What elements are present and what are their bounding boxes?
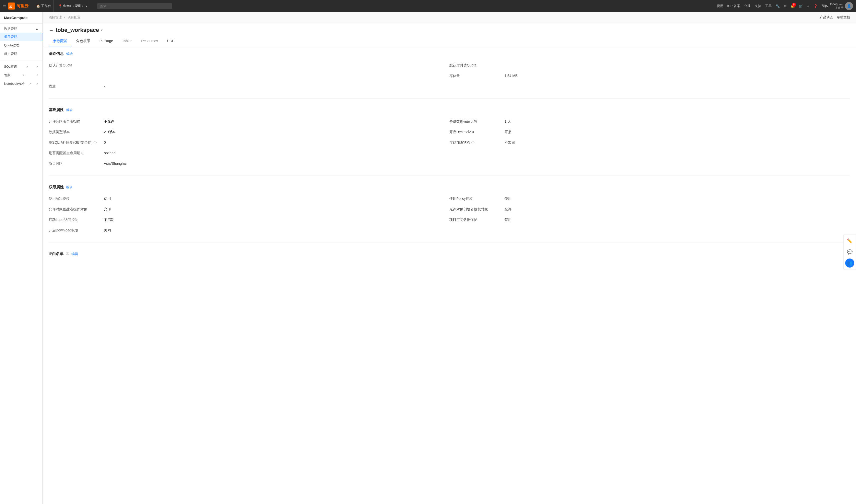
permission-props-title: 权限属性 <box>49 185 64 190</box>
label-timezone: 项目时区 <box>49 161 104 166</box>
ip-whitelist-edit-button[interactable]: 编辑 <box>71 252 78 256</box>
support-link[interactable]: 支持 <box>755 4 761 8</box>
region-selector[interactable]: 📍 华南1（深圳） ▾ <box>56 0 90 12</box>
tab-role-permissions[interactable]: 角色权限 <box>72 36 95 47</box>
data-management-section[interactable]: 数据管理 ▲ <box>0 23 42 33</box>
product-dynamics-link[interactable]: 产品动态 <box>820 15 833 20</box>
username: tobeg······· <box>830 2 843 6</box>
tab-content: 基础信息 编辑 默认计算Quota 默认后付费Quota 存储量 1.54 MB <box>43 47 856 269</box>
basic-props-title: 基础属性 <box>49 108 64 112</box>
label-decimal2: 开启Decimal2.0 <box>449 130 505 134</box>
info-item-storage-encryption: 存储加密状态 ⓘ 不加密 <box>449 138 850 148</box>
enterprise-link[interactable]: 企业 <box>744 4 751 8</box>
info-item-data-protection: 项目空间数据保护 禁用 <box>449 215 850 225</box>
divider-2 <box>49 176 850 176</box>
value-decimal2: 开启 <box>505 130 511 134</box>
basic-props-edit-button[interactable]: 编辑 <box>66 108 73 112</box>
label-label-access: 启动Label访问控制 <box>49 218 104 222</box>
info-item-backup-days: 备份数据保留天数 1 天 <box>449 116 850 127</box>
tab-tables[interactable]: Tables <box>118 36 137 47</box>
tool-icon[interactable]: 🔧 <box>776 4 780 8</box>
help-icon[interactable]: ❓ <box>814 4 818 8</box>
value-description: - <box>104 84 105 88</box>
label-policy: 使用Policy授权 <box>449 197 505 201</box>
breadcrumb: 项目管理 / 项目配置 产品动态 帮助文档 <box>43 12 856 23</box>
basic-info-grid: 默认计算Quota 默认后付费Quota 存储量 1.54 MB 描述 - <box>49 60 850 92</box>
back-button[interactable]: ← <box>49 27 54 33</box>
chat-float-button[interactable]: 💬 <box>845 248 854 256</box>
breadcrumb-project-management[interactable]: 项目管理 <box>49 15 62 19</box>
star-icon[interactable]: ☆ <box>807 4 809 8</box>
sidebar-item-tenant-management[interactable]: 租户管理 <box>0 50 42 58</box>
notification-badge: 5 <box>792 3 796 7</box>
team-float-button[interactable]: 👥 <box>845 258 854 268</box>
home-icon: 🏠 <box>36 4 40 8</box>
info-icon-sql-limit[interactable]: ⓘ <box>93 141 97 145</box>
hamburger-icon[interactable]: ≡ <box>3 3 6 9</box>
search-input[interactable] <box>97 3 172 9</box>
label-storage-encryption: 存储加密状态 ⓘ <box>449 140 505 145</box>
value-backup-days: 1 天 <box>505 119 511 124</box>
cart-icon[interactable]: 🛒 <box>799 4 803 8</box>
chevron-down-icon: ▾ <box>86 5 87 7</box>
sidebar-item-manager[interactable]: 管家 ↗ <box>0 71 42 79</box>
bell-icon[interactable]: 🔔 5 <box>790 4 794 8</box>
sidebar-item-notebook[interactable]: Notebook分析 ↗ <box>0 79 42 88</box>
nav-actions: 费用 ICP 备案 企业 支持 工单 🔧 ✉ 🔔 5 🛒 ☆ ❓ 简体 <box>717 4 828 8</box>
external-link-icon: ↗ <box>29 82 31 86</box>
sidebar-brand: MaxCompute <box>0 12 42 23</box>
workspace-dropdown-icon[interactable]: ▾ <box>101 28 103 32</box>
basic-info-section: 基础信息 编辑 默认计算Quota 默认后付费Quota 存储量 1.54 MB <box>49 47 850 94</box>
account-type: 主账号 <box>830 6 843 10</box>
tab-udf[interactable]: UDF <box>162 36 179 47</box>
tab-package[interactable]: Package <box>95 36 118 47</box>
info-item-label-access: 启动Label访问控制 不启动 <box>49 215 449 225</box>
tab-bar: 参数配置 角色权限 Package Tables Resources UDF <box>43 36 856 47</box>
aliyun-logo-icon: 云 <box>8 2 15 10</box>
sidebar-item-sql-query[interactable]: SQL查询 ↗ <box>0 62 42 71</box>
label-creator-op: 允许对象创建者操作对象 <box>49 207 104 212</box>
message-icon[interactable]: ✉ <box>784 4 786 8</box>
permission-props-grid: 使用ACL授权 使用 使用Policy授权 使用 允许对象创建者操作对象 允许 … <box>49 194 850 236</box>
svg-text:云: 云 <box>9 4 12 8</box>
icp-link[interactable]: ICP 备案 <box>727 4 740 8</box>
external-link-icon: ↗ <box>22 74 24 77</box>
value-data-type-version: 2.0版本 <box>104 130 116 134</box>
info-item-lifecycle: 是否需配置生命周期 ⓘ optional <box>49 148 449 159</box>
avatar: 👤 <box>845 2 853 10</box>
value-creator-op: 允许 <box>104 207 111 212</box>
ticket-link[interactable]: 工单 <box>765 4 772 8</box>
breadcrumb-actions: 产品动态 帮助文档 <box>820 15 850 20</box>
basic-info-title: 基础信息 <box>49 51 64 56</box>
language-toggle[interactable]: 简体 <box>822 4 828 8</box>
sidebar-item-project-management[interactable]: 项目管理 <box>0 33 42 41</box>
tab-resources[interactable]: Resources <box>137 36 162 47</box>
main-layout: MaxCompute 数据管理 ▲ 项目管理 Quota管理 租户管理 SQL查… <box>0 12 856 504</box>
sidebar-item-quota-management[interactable]: Quota管理 <box>0 41 42 50</box>
edit-float-button[interactable]: ✏️ <box>845 236 854 246</box>
breadcrumb-current: 项目配置 <box>68 15 81 19</box>
info-icon-storage-encryption[interactable]: ⓘ <box>471 141 474 145</box>
info-icon-lifecycle[interactable]: ⓘ <box>81 151 84 156</box>
page-title: tobe_workspace <box>56 27 99 33</box>
info-item-storage: 存储量 1.54 MB <box>449 71 850 81</box>
info-item-data-type-version: 数据类型版本 2.0版本 <box>49 127 449 138</box>
divider-3 <box>49 242 850 242</box>
workbench-button[interactable]: 🏠 工作台 <box>34 0 54 12</box>
divider-1 <box>49 98 850 98</box>
label-description: 描述 <box>49 84 104 89</box>
value-data-protection: 禁用 <box>505 218 511 222</box>
permission-props-edit-button[interactable]: 编辑 <box>66 185 73 190</box>
fee-link[interactable]: 费用 <box>717 4 723 8</box>
collapse-arrow-icon: ▲ <box>35 27 38 31</box>
breadcrumb-path: 项目管理 / 项目配置 <box>49 15 81 20</box>
user-menu[interactable]: tobeg······· 主账号 👤 <box>830 2 853 10</box>
info-icon-ip-whitelist[interactable]: ⓘ <box>66 252 69 256</box>
help-docs-link[interactable]: 帮助文档 <box>837 15 850 20</box>
info-item-acl: 使用ACL授权 使用 <box>49 194 449 204</box>
info-item-creator-grant: 允许对象创建者授权对象 允许 <box>449 204 850 215</box>
basic-info-edit-button[interactable]: 编辑 <box>66 52 73 56</box>
tab-param-config[interactable]: 参数配置 <box>49 36 72 47</box>
info-item-decimal2: 开启Decimal2.0 开启 <box>449 127 850 138</box>
label-lifecycle: 是否需配置生命周期 ⓘ <box>49 151 104 156</box>
